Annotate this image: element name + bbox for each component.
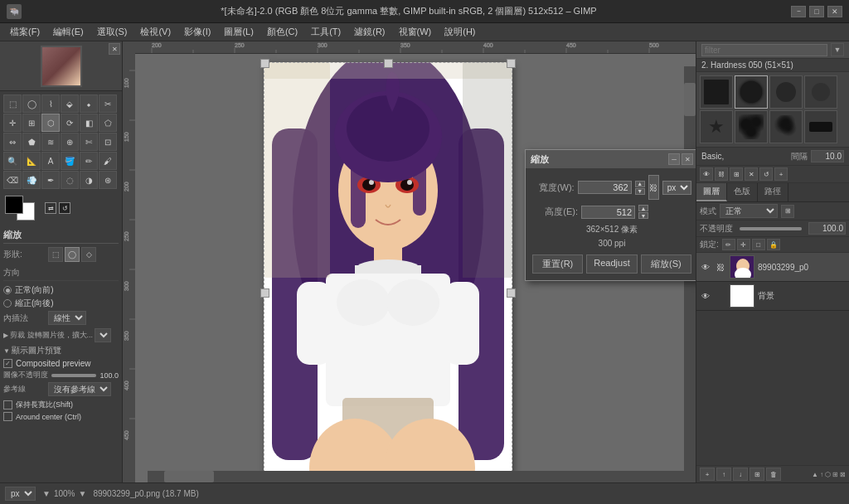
tool-rotate[interactable]: ⟳ — [61, 114, 79, 132]
height-input[interactable] — [581, 206, 635, 219]
menu-tool[interactable]: 工具(T) — [304, 24, 347, 40]
minimize-button[interactable]: － — [791, 6, 806, 17]
zoom-dropdown-icon[interactable]: ▼ — [78, 489, 86, 498]
mode-options-btn[interactable]: ⊞ — [781, 205, 794, 218]
tool-shear[interactable]: ◧ — [80, 114, 98, 132]
interpolation-select[interactable]: 線性 — [48, 311, 86, 325]
tool-rect-select[interactable]: ⬚ — [3, 94, 22, 113]
tool-select-by-color[interactable]: ⬥ — [80, 94, 98, 113]
brush-cell-1[interactable] — [700, 75, 733, 109]
layer-tool-btn6[interactable]: + — [774, 167, 788, 181]
canvas-area[interactable]: 200 250 300 350 400 450 500 — [123, 41, 696, 482]
clip-select[interactable]: ▼ — [95, 328, 111, 342]
fg-bg-colors[interactable] — [5, 196, 35, 220]
tool-free-select[interactable]: ⌇ — [41, 94, 60, 113]
shape-rect-btn[interactable]: ⬚ — [48, 247, 63, 262]
tool-measure[interactable]: 📐 — [22, 152, 41, 170]
tool-airbrush[interactable]: 💨 — [22, 171, 41, 189]
layer-chain-1[interactable] — [715, 290, 726, 302]
tool-warp[interactable]: ≋ — [41, 133, 60, 151]
maximize-button[interactable]: □ — [809, 6, 824, 17]
dialog-close-btn[interactable]: ✕ — [682, 153, 693, 165]
layer-mode-select[interactable]: 正常 — [720, 204, 778, 218]
tool-smudge[interactable]: ◌ — [61, 171, 79, 189]
tool-crop[interactable]: ✄ — [80, 133, 98, 151]
menu-image[interactable]: 影像(I) — [177, 24, 217, 40]
tab-paths[interactable]: 路徑 — [758, 183, 788, 201]
tool-text[interactable]: A — [41, 152, 60, 170]
width-spin-down[interactable]: ▼ — [635, 188, 645, 195]
tool-clone[interactable]: ⊛ — [99, 171, 117, 189]
opacity-slider[interactable] — [51, 374, 96, 377]
layer-icon3[interactable]: ⬡ — [825, 471, 831, 478]
scale-button[interactable]: 縮放(S) — [641, 254, 691, 274]
width-spin-up[interactable]: ▲ — [635, 181, 645, 187]
around-center-checkbox[interactable] — [3, 412, 12, 421]
reset-colors-icon[interactable]: ↺ — [59, 202, 70, 214]
layer-tool-btn3[interactable]: ⊞ — [730, 167, 743, 181]
brush-filter-input[interactable] — [701, 44, 827, 56]
brush-cell-8[interactable] — [804, 110, 837, 143]
layer-icon5[interactable]: ⊠ — [840, 471, 846, 478]
layer-down-btn[interactable]: ↓ — [733, 468, 748, 481]
brush-cell-6[interactable] — [735, 110, 768, 143]
tool-paintbrush[interactable]: 🖌 — [99, 152, 117, 170]
height-spin-up[interactable]: ▲ — [638, 205, 648, 211]
scrollbar-horizontal[interactable] — [148, 471, 684, 482]
chain-link-icon[interactable]: ⛓ — [648, 175, 659, 200]
reset-button[interactable]: 重置(R) — [532, 254, 583, 274]
tool-align[interactable]: ⊞ — [22, 114, 41, 132]
layer-icon4[interactable]: ⊞ — [832, 471, 838, 478]
tool-preview-close[interactable]: ✕ — [109, 43, 120, 55]
layer-item-1[interactable]: 👁 背景 — [696, 282, 849, 311]
lock-position-btn[interactable]: ✛ — [737, 239, 750, 250]
composited-preview-checkbox[interactable]: ✓ — [3, 359, 12, 368]
layer-tool-eye-btn[interactable]: 👁 — [700, 167, 713, 181]
shape-circle-btn[interactable]: ◯ — [65, 247, 80, 262]
brush-cell-3[interactable] — [769, 75, 803, 109]
brush-options-btn[interactable]: ▼ — [831, 43, 844, 56]
height-spin-down[interactable]: ▼ — [638, 212, 648, 219]
unit-select-statusbar[interactable]: px — [5, 487, 36, 501]
dialog-minimize-btn[interactable]: ─ — [668, 153, 680, 165]
tool-scale[interactable]: ⬡ — [41, 114, 60, 132]
shape-diamond-btn[interactable]: ◇ — [81, 247, 96, 262]
opacity-slider-track[interactable] — [740, 227, 802, 230]
lock-pixels-btn[interactable]: ✏ — [722, 239, 735, 250]
show-preview-toggle[interactable]: ▼ — [3, 347, 10, 355]
layer-tool-btn4[interactable]: ✕ — [745, 167, 758, 181]
tool-paintbucket[interactable]: 🪣 — [61, 152, 79, 170]
tool-pencil[interactable]: ✏ — [80, 152, 98, 170]
menu-layer[interactable]: 圖層(L) — [217, 24, 260, 40]
tool-zoom[interactable]: 🔍 — [3, 152, 22, 170]
direction-backward-radio[interactable] — [3, 299, 12, 308]
layer-visibility-1[interactable]: 👁 — [700, 290, 711, 302]
tool-scissors[interactable]: ✂ — [99, 94, 117, 113]
menu-file[interactable]: 檔案(F) — [3, 24, 46, 40]
width-input[interactable] — [578, 181, 632, 194]
readjust-button[interactable]: Readjust — [586, 254, 637, 274]
lock-all-btn[interactable]: 🔒 — [767, 239, 780, 250]
brush-cell-4[interactable] — [804, 75, 837, 109]
layer-add-btn[interactable]: + — [700, 468, 715, 481]
menu-help[interactable]: 說明(H) — [438, 24, 482, 40]
tool-ellipse-select[interactable]: ◯ — [22, 94, 41, 113]
menu-select[interactable]: 選取(S) — [90, 24, 134, 40]
layer-tool-btn5[interactable]: ↺ — [759, 167, 773, 181]
tool-perspective[interactable]: ⬠ — [99, 114, 117, 132]
layer-icon1[interactable]: ▲ — [812, 471, 818, 478]
unit-select[interactable]: px % in — [662, 181, 691, 195]
tool-eraser[interactable]: ⌫ — [3, 171, 22, 189]
spacing-input[interactable] — [811, 150, 844, 162]
tool-ink[interactable]: ✒ — [41, 171, 60, 189]
brush-cell-2[interactable] — [735, 75, 768, 109]
layer-up-btn[interactable]: ↑ — [716, 468, 731, 481]
swap-colors-icon[interactable]: ⇄ — [45, 202, 56, 214]
tool-handle-transform[interactable]: ⊕ — [61, 133, 79, 151]
clip-expand-icon[interactable]: ▶ — [3, 332, 8, 339]
brush-cell-7[interactable] — [769, 110, 803, 143]
layer-delete-btn[interactable]: 🗑 — [766, 468, 781, 481]
layer-item-0[interactable]: 👁 ⛓ 89903299_p0 — [696, 253, 849, 282]
tool-perspective-clone[interactable]: ⊡ — [99, 133, 117, 151]
close-button[interactable]: ✕ — [827, 6, 842, 17]
